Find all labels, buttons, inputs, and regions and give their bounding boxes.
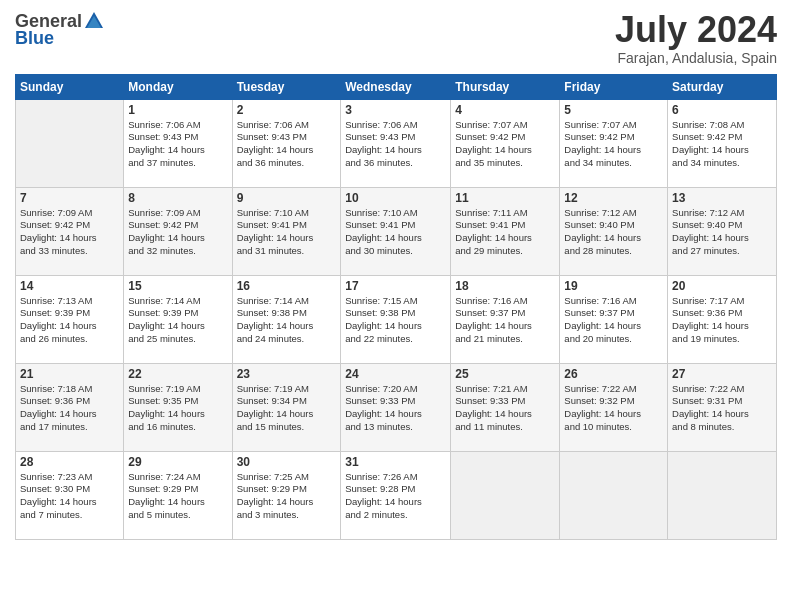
day-number: 16 [237, 279, 337, 293]
day-cell: 16Sunrise: 7:14 AM Sunset: 9:38 PM Dayli… [232, 275, 341, 363]
day-info: Sunrise: 7:06 AM Sunset: 9:43 PM Dayligh… [237, 119, 337, 170]
day-number: 8 [128, 191, 227, 205]
day-cell [668, 451, 777, 539]
day-info: Sunrise: 7:06 AM Sunset: 9:43 PM Dayligh… [128, 119, 227, 170]
day-info: Sunrise: 7:11 AM Sunset: 9:41 PM Dayligh… [455, 207, 555, 258]
calendar-table: SundayMondayTuesdayWednesdayThursdayFrid… [15, 74, 777, 540]
header-cell-thursday: Thursday [451, 74, 560, 99]
day-info: Sunrise: 7:14 AM Sunset: 9:39 PM Dayligh… [128, 295, 227, 346]
day-cell: 23Sunrise: 7:19 AM Sunset: 9:34 PM Dayli… [232, 363, 341, 451]
day-info: Sunrise: 7:18 AM Sunset: 9:36 PM Dayligh… [20, 383, 119, 434]
day-number: 10 [345, 191, 446, 205]
day-number: 24 [345, 367, 446, 381]
week-row-2: 7Sunrise: 7:09 AM Sunset: 9:42 PM Daylig… [16, 187, 777, 275]
day-number: 19 [564, 279, 663, 293]
day-number: 30 [237, 455, 337, 469]
week-row-4: 21Sunrise: 7:18 AM Sunset: 9:36 PM Dayli… [16, 363, 777, 451]
day-cell: 14Sunrise: 7:13 AM Sunset: 9:39 PM Dayli… [16, 275, 124, 363]
day-cell: 29Sunrise: 7:24 AM Sunset: 9:29 PM Dayli… [124, 451, 232, 539]
day-number: 7 [20, 191, 119, 205]
day-cell: 3Sunrise: 7:06 AM Sunset: 9:43 PM Daylig… [341, 99, 451, 187]
day-number: 2 [237, 103, 337, 117]
day-info: Sunrise: 7:15 AM Sunset: 9:38 PM Dayligh… [345, 295, 446, 346]
day-cell: 11Sunrise: 7:11 AM Sunset: 9:41 PM Dayli… [451, 187, 560, 275]
day-cell: 28Sunrise: 7:23 AM Sunset: 9:30 PM Dayli… [16, 451, 124, 539]
day-cell: 6Sunrise: 7:08 AM Sunset: 9:42 PM Daylig… [668, 99, 777, 187]
day-number: 4 [455, 103, 555, 117]
day-info: Sunrise: 7:20 AM Sunset: 9:33 PM Dayligh… [345, 383, 446, 434]
day-cell: 13Sunrise: 7:12 AM Sunset: 9:40 PM Dayli… [668, 187, 777, 275]
day-cell: 25Sunrise: 7:21 AM Sunset: 9:33 PM Dayli… [451, 363, 560, 451]
day-info: Sunrise: 7:10 AM Sunset: 9:41 PM Dayligh… [345, 207, 446, 258]
day-cell: 5Sunrise: 7:07 AM Sunset: 9:42 PM Daylig… [560, 99, 668, 187]
day-info: Sunrise: 7:19 AM Sunset: 9:34 PM Dayligh… [237, 383, 337, 434]
day-cell: 18Sunrise: 7:16 AM Sunset: 9:37 PM Dayli… [451, 275, 560, 363]
day-cell: 7Sunrise: 7:09 AM Sunset: 9:42 PM Daylig… [16, 187, 124, 275]
day-cell: 9Sunrise: 7:10 AM Sunset: 9:41 PM Daylig… [232, 187, 341, 275]
day-info: Sunrise: 7:07 AM Sunset: 9:42 PM Dayligh… [455, 119, 555, 170]
day-info: Sunrise: 7:17 AM Sunset: 9:36 PM Dayligh… [672, 295, 772, 346]
day-number: 31 [345, 455, 446, 469]
day-info: Sunrise: 7:19 AM Sunset: 9:35 PM Dayligh… [128, 383, 227, 434]
day-number: 22 [128, 367, 227, 381]
day-number: 26 [564, 367, 663, 381]
day-cell: 1Sunrise: 7:06 AM Sunset: 9:43 PM Daylig… [124, 99, 232, 187]
day-cell: 30Sunrise: 7:25 AM Sunset: 9:29 PM Dayli… [232, 451, 341, 539]
week-row-1: 1Sunrise: 7:06 AM Sunset: 9:43 PM Daylig… [16, 99, 777, 187]
day-info: Sunrise: 7:10 AM Sunset: 9:41 PM Dayligh… [237, 207, 337, 258]
day-number: 28 [20, 455, 119, 469]
day-info: Sunrise: 7:09 AM Sunset: 9:42 PM Dayligh… [20, 207, 119, 258]
page: General Blue July 2024 Farajan, Andalusi… [0, 0, 792, 612]
day-info: Sunrise: 7:25 AM Sunset: 9:29 PM Dayligh… [237, 471, 337, 522]
day-cell: 24Sunrise: 7:20 AM Sunset: 9:33 PM Dayli… [341, 363, 451, 451]
week-row-5: 28Sunrise: 7:23 AM Sunset: 9:30 PM Dayli… [16, 451, 777, 539]
day-info: Sunrise: 7:16 AM Sunset: 9:37 PM Dayligh… [564, 295, 663, 346]
day-number: 17 [345, 279, 446, 293]
day-info: Sunrise: 7:13 AM Sunset: 9:39 PM Dayligh… [20, 295, 119, 346]
header-cell-sunday: Sunday [16, 74, 124, 99]
day-number: 18 [455, 279, 555, 293]
header-cell-monday: Monday [124, 74, 232, 99]
day-number: 9 [237, 191, 337, 205]
logo: General Blue [15, 10, 105, 49]
day-cell: 31Sunrise: 7:26 AM Sunset: 9:28 PM Dayli… [341, 451, 451, 539]
day-info: Sunrise: 7:16 AM Sunset: 9:37 PM Dayligh… [455, 295, 555, 346]
day-number: 23 [237, 367, 337, 381]
day-info: Sunrise: 7:08 AM Sunset: 9:42 PM Dayligh… [672, 119, 772, 170]
calendar-header: SundayMondayTuesdayWednesdayThursdayFrid… [16, 74, 777, 99]
header-row: SundayMondayTuesdayWednesdayThursdayFrid… [16, 74, 777, 99]
day-number: 27 [672, 367, 772, 381]
day-info: Sunrise: 7:24 AM Sunset: 9:29 PM Dayligh… [128, 471, 227, 522]
day-number: 29 [128, 455, 227, 469]
day-number: 14 [20, 279, 119, 293]
day-info: Sunrise: 7:12 AM Sunset: 9:40 PM Dayligh… [564, 207, 663, 258]
day-info: Sunrise: 7:26 AM Sunset: 9:28 PM Dayligh… [345, 471, 446, 522]
day-info: Sunrise: 7:22 AM Sunset: 9:31 PM Dayligh… [672, 383, 772, 434]
day-cell: 4Sunrise: 7:07 AM Sunset: 9:42 PM Daylig… [451, 99, 560, 187]
day-info: Sunrise: 7:21 AM Sunset: 9:33 PM Dayligh… [455, 383, 555, 434]
calendar-body: 1Sunrise: 7:06 AM Sunset: 9:43 PM Daylig… [16, 99, 777, 539]
day-cell: 20Sunrise: 7:17 AM Sunset: 9:36 PM Dayli… [668, 275, 777, 363]
day-number: 6 [672, 103, 772, 117]
week-row-3: 14Sunrise: 7:13 AM Sunset: 9:39 PM Dayli… [16, 275, 777, 363]
day-cell: 8Sunrise: 7:09 AM Sunset: 9:42 PM Daylig… [124, 187, 232, 275]
day-info: Sunrise: 7:09 AM Sunset: 9:42 PM Dayligh… [128, 207, 227, 258]
day-number: 12 [564, 191, 663, 205]
day-number: 21 [20, 367, 119, 381]
day-cell: 2Sunrise: 7:06 AM Sunset: 9:43 PM Daylig… [232, 99, 341, 187]
day-cell: 15Sunrise: 7:14 AM Sunset: 9:39 PM Dayli… [124, 275, 232, 363]
header-cell-saturday: Saturday [668, 74, 777, 99]
day-number: 5 [564, 103, 663, 117]
day-number: 3 [345, 103, 446, 117]
day-cell [560, 451, 668, 539]
day-info: Sunrise: 7:06 AM Sunset: 9:43 PM Dayligh… [345, 119, 446, 170]
header: General Blue July 2024 Farajan, Andalusi… [15, 10, 777, 66]
day-info: Sunrise: 7:07 AM Sunset: 9:42 PM Dayligh… [564, 119, 663, 170]
day-number: 20 [672, 279, 772, 293]
day-cell: 21Sunrise: 7:18 AM Sunset: 9:36 PM Dayli… [16, 363, 124, 451]
day-info: Sunrise: 7:14 AM Sunset: 9:38 PM Dayligh… [237, 295, 337, 346]
day-cell: 22Sunrise: 7:19 AM Sunset: 9:35 PM Dayli… [124, 363, 232, 451]
day-cell: 26Sunrise: 7:22 AM Sunset: 9:32 PM Dayli… [560, 363, 668, 451]
header-cell-wednesday: Wednesday [341, 74, 451, 99]
header-cell-tuesday: Tuesday [232, 74, 341, 99]
